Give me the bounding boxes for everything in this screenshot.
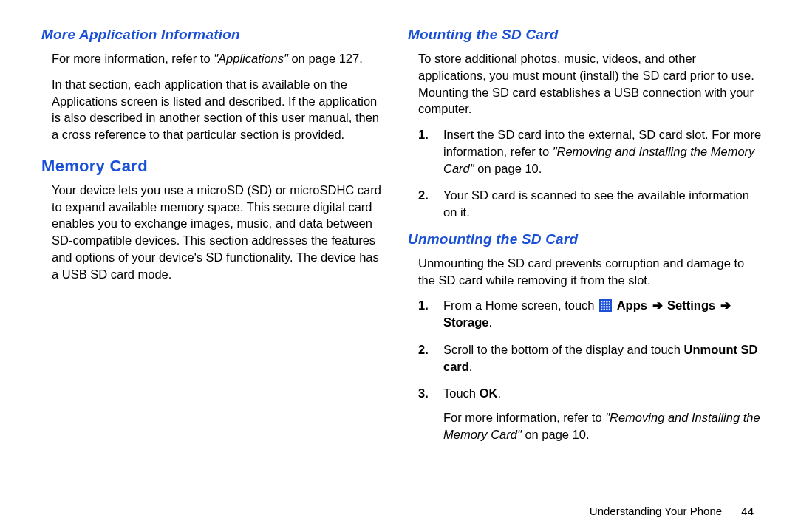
text: on page 10. [522,428,590,441]
text: Scroll to the bottom of the display and … [443,343,684,356]
heading-mounting-sd: Mounting the SD Card [408,27,763,43]
list-item: 2. Scroll to the bottom of the display a… [443,341,763,375]
svg-rect-1 [601,301,602,302]
ordered-list-mount: 1. Insert the SD card into the external,… [408,126,763,221]
list-item: 1. Insert the SD card into the external,… [443,126,763,177]
list-number: 2. [418,341,429,358]
bold-text: Storage [443,316,488,329]
list-number: 2. [418,187,429,204]
svg-rect-2 [604,301,605,302]
text: . [469,360,473,373]
list-number: 1. [418,297,429,314]
svg-rect-14 [604,309,605,310]
text: For more information, refer to [443,411,605,424]
heading-unmounting-sd: Unmounting the SD Card [408,231,763,248]
left-column: More Application Information For more in… [41,27,402,517]
svg-rect-16 [609,309,610,310]
svg-rect-13 [601,309,602,310]
bold-text: OK [480,386,498,400]
list-item: 2. Your SD card is scanned to see the av… [443,187,763,221]
text: . [497,386,501,400]
footer-section: Understanding Your Phone [590,505,722,517]
svg-rect-8 [609,304,610,305]
arrow-icon: ➔ [652,299,663,312]
svg-rect-12 [609,307,610,308]
bold-text: Apps [617,299,647,312]
svg-rect-4 [609,301,610,302]
svg-rect-6 [604,304,605,305]
svg-rect-7 [606,304,607,305]
heading-memory-card: Memory Card [41,157,384,176]
ordered-list-unmount: 1. From a Home screen, touch Apps ➔ [408,297,763,443]
text: For more information, refer to [52,52,214,65]
apps-grid-icon [599,299,612,312]
list-item: 1. From a Home screen, touch Apps ➔ [443,297,763,331]
paragraph: Your device lets you use a microSD (SD) … [41,182,384,283]
paragraph: In that section, each application that i… [41,76,384,143]
bold-text: Settings [667,299,715,312]
svg-rect-11 [606,307,607,308]
text: Touch [443,386,480,400]
text: From a Home screen, touch [443,299,598,312]
document-page: More Application Information For more in… [0,0,798,532]
paragraph: To store additional photos, music, video… [408,50,763,117]
text: . [488,316,492,329]
svg-rect-9 [601,307,602,308]
svg-rect-5 [601,304,602,305]
list-item: 3. Touch OK. For more information, refer… [443,385,763,443]
list-number: 1. [418,126,429,143]
text: on page 10. [474,162,542,175]
paragraph: For more information, refer to "Applicat… [41,50,384,67]
text: Your SD card is scanned to see the avail… [443,188,749,219]
svg-rect-15 [606,309,607,310]
right-column: Mounting the SD Card To store additional… [402,27,763,517]
reference-italic: "Applications" [214,52,288,65]
svg-rect-3 [606,301,607,302]
arrow-icon: ➔ [720,299,731,312]
heading-more-app-info: More Application Information [41,27,384,43]
svg-rect-10 [604,307,605,308]
page-number: 44 [741,505,754,517]
page-footer: Understanding Your Phone 44 [590,505,754,517]
paragraph: Unmounting the SD card prevents corrupti… [408,255,763,289]
list-number: 3. [418,385,429,402]
text: on page 127. [288,52,363,65]
